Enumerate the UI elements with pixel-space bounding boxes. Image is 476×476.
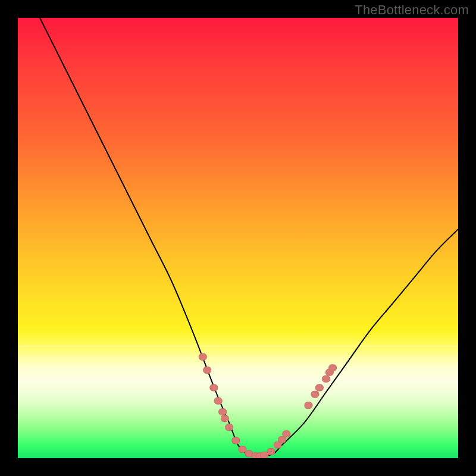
chart-frame: TheBottleneck.com: [0, 0, 476, 476]
curve-marker: [274, 441, 281, 448]
curve-marker: [239, 446, 246, 453]
curve-marker: [256, 453, 264, 458]
curve-svg: [18, 18, 458, 458]
curve-marker: [203, 367, 211, 374]
curve-marker: [210, 384, 218, 391]
curve-marker: [267, 448, 275, 455]
curve-marker: [329, 365, 337, 371]
curve-marker: [221, 415, 228, 422]
curve-marker: [214, 397, 222, 404]
curve-marker: [232, 437, 240, 444]
curve-markers: [199, 353, 336, 458]
curve-marker: [315, 384, 323, 391]
curve-marker: [322, 375, 330, 382]
curve-marker: [325, 369, 333, 375]
curve-marker: [278, 436, 286, 443]
watermark-text: TheBottleneck.com: [355, 2, 469, 18]
curve-marker: [261, 452, 268, 458]
curve-marker: [283, 431, 290, 437]
curve-marker: [305, 402, 312, 409]
curve-marker: [245, 450, 253, 457]
curve-marker: [219, 409, 227, 415]
curve-marker: [311, 391, 319, 397]
curve-marker: [226, 424, 233, 431]
bottleneck-curve: [40, 18, 458, 456]
curve-marker: [252, 453, 259, 458]
lower-stripe-band: [18, 344, 458, 450]
plot-area: [18, 18, 458, 458]
curve-marker: [199, 353, 206, 360]
